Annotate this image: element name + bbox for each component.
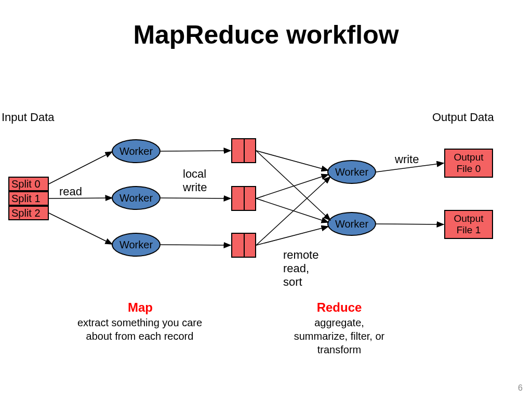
local-write-label-2: write [183, 181, 207, 194]
output-file-0-text: Output File 0 [454, 152, 483, 174]
output-file-0: Output File 0 [444, 149, 493, 178]
split-0-box: Split 0 [8, 177, 49, 191]
map-worker-0: Worker [112, 139, 161, 163]
reduce-phase-desc: aggregate, summarize, filter, or transfo… [290, 316, 389, 356]
intermediate-0 [231, 138, 256, 163]
svg-line-10 [256, 177, 330, 245]
svg-line-6 [256, 151, 328, 170]
map-phase-desc: extract something you care about from ea… [75, 316, 205, 343]
svg-line-3 [161, 151, 231, 151]
map-phase-title: Map [94, 300, 187, 315]
map-worker-1: Worker [112, 186, 161, 210]
reduce-worker-0: Worker [327, 160, 376, 184]
split-2-box: Split 2 [8, 206, 49, 220]
output-file-1: Output File 1 [444, 210, 493, 239]
svg-line-11 [256, 227, 328, 245]
read-label: read [59, 185, 82, 198]
svg-line-7 [256, 151, 330, 220]
svg-line-9 [256, 198, 328, 222]
split-1-box: Split 1 [8, 191, 49, 206]
write-label: write [395, 153, 419, 166]
svg-line-8 [256, 175, 328, 198]
svg-line-13 [376, 224, 444, 224]
remote-label-3: sort [283, 275, 302, 289]
output-file-1-text: Output File 1 [454, 213, 483, 235]
svg-line-2 [49, 213, 112, 244]
intermediate-2 [231, 233, 256, 258]
remote-label-2: read, [283, 262, 309, 275]
map-worker-2: Worker [112, 233, 161, 257]
slide-title: MapReduce workflow [0, 20, 532, 50]
svg-line-0 [49, 152, 112, 184]
output-data-label: Output Data [432, 111, 494, 124]
svg-line-4 [161, 198, 231, 198]
reduce-phase-title: Reduce [290, 300, 389, 315]
remote-label-1: remote [283, 248, 318, 262]
local-write-label-1: local [183, 167, 206, 181]
input-data-label: Input Data [2, 111, 55, 124]
reduce-worker-1: Worker [327, 212, 376, 236]
svg-line-5 [161, 245, 231, 245]
page-number: 6 [518, 383, 523, 393]
intermediate-1 [231, 186, 256, 211]
